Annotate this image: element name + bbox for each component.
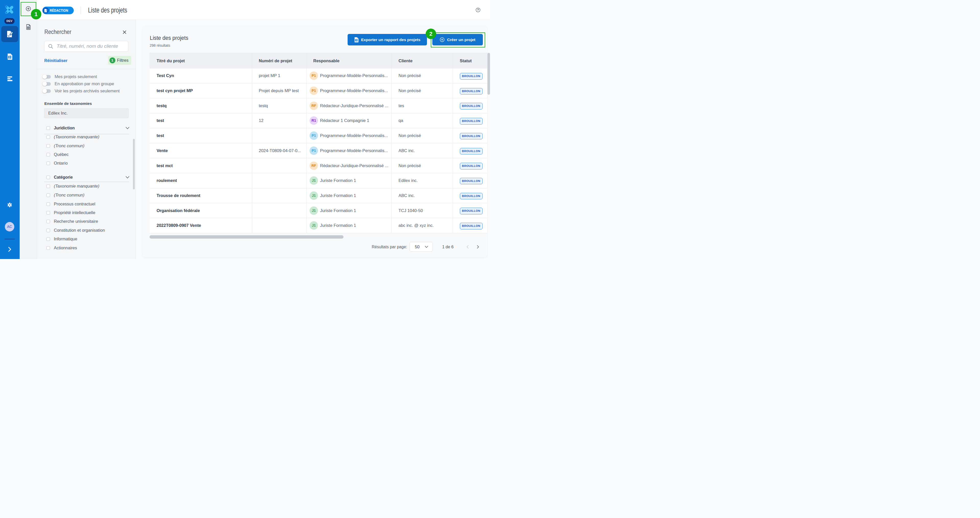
svg-text:?: ? [477,8,479,12]
